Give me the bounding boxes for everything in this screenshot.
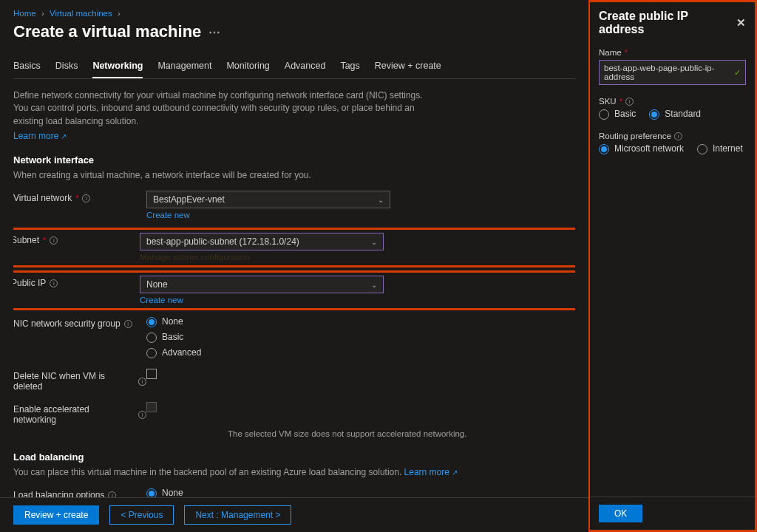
nsg-label: NIC network security group i [13,316,146,329]
check-icon: ✓ [734,68,741,78]
tab-disks[interactable]: Disks [55,56,78,78]
sku-radio-basic[interactable] [599,109,609,120]
accel-note: The selected VM size does not support ac… [228,429,575,438]
public-ip-label: Public IP i [13,276,140,288]
public-ip-highlight-box: Public IP i None ⌄ Create new [13,270,575,310]
chevron-down-icon: ⌄ [371,281,377,289]
panel-name-input[interactable]: best-app-web-page-public-ip-address ✓ [599,60,746,85]
sku-radio-standard[interactable] [649,109,659,120]
tab-basics[interactable]: Basics [13,56,41,78]
next-button[interactable]: Next : Management > [184,505,291,525]
chevron-down-icon: ⌄ [371,238,377,246]
info-icon[interactable]: i [138,411,146,419]
delete-nic-checkbox[interactable] [146,369,157,379]
tab-monitoring[interactable]: Monitoring [226,56,269,78]
info-icon[interactable]: i [82,194,90,202]
create-public-ip-panel: Create public IP address ✕ Name* best-ap… [588,0,757,532]
sku-radio-label: Basic [614,109,636,119]
info-icon[interactable]: i [625,98,634,106]
load-balancing-heading: Load balancing [13,451,575,463]
close-icon[interactable]: ✕ [736,16,746,30]
chevron-right-icon: › [118,9,120,18]
network-interface-desc: When creating a virtual machine, a netwo… [13,170,575,180]
panel-sku-label: SKU* i [599,97,746,106]
chevron-right-icon: › [41,9,44,18]
public-ip-select[interactable]: None ⌄ [140,276,384,293]
delete-nic-label: Delete NIC when VM is deleted i [13,369,146,392]
nsg-radio-basic[interactable] [146,332,157,343]
subnet-select[interactable]: best-app-public-subnet (172.18.1.0/24) ⌄ [140,233,384,250]
panel-routing-label: Routing preference i [599,132,746,140]
info-icon[interactable]: i [138,378,146,386]
panel-title: Create public IP address ✕ [599,10,746,36]
virtual-network-select[interactable]: BestAppEver-vnet ⌄ [146,191,390,208]
page-title: Create a virtual machine ⋯ [13,22,575,41]
public-ip-create-new-link[interactable]: Create new [140,296,183,304]
tab-management[interactable]: Management [157,56,211,78]
nsg-radio-label: None [162,316,183,327]
tab-networking[interactable]: Networking [92,56,143,78]
bottom-bar: Review + create < Previous Next : Manage… [0,497,588,532]
tab-tags[interactable]: Tags [340,56,359,78]
ok-button[interactable]: OK [599,505,642,522]
learn-more-link[interactable]: Learn more [13,131,67,141]
breadcrumb-home[interactable]: Home [13,9,36,18]
previous-button[interactable]: < Previous [109,505,174,525]
manage-subnet-link[interactable]: Manage subnet configuration [140,253,249,262]
tabs-bar: Basics Disks Networking Management Monit… [13,56,575,79]
routing-radio-ms[interactable] [599,144,609,154]
nsg-radio-label: Basic [162,332,183,342]
breadcrumb: Home › Virtual machines › [13,9,575,18]
tab-review[interactable]: Review + create [375,56,441,78]
nsg-radio-label: Advanced [162,347,201,358]
network-interface-heading: Network interface [13,154,575,166]
routing-radio-internet[interactable] [697,144,707,154]
info-icon[interactable]: i [124,320,132,328]
networking-desc: Define network connectivity for your vir… [13,89,427,128]
panel-footer: OK [590,497,755,530]
nsg-radio-advanced[interactable] [146,348,157,358]
subnet-highlight-box: Subnet* i best-app-public-subnet (172.18… [13,228,575,267]
review-create-button[interactable]: Review + create [13,505,99,525]
subnet-label: Subnet* i [13,233,140,245]
accel-networking-label: Enable accelerated networking i [13,402,146,425]
routing-radio-label: Internet [713,143,743,154]
info-icon[interactable]: i [50,236,58,245]
lb-learn-more-link[interactable]: Learn more [404,467,458,477]
accel-networking-checkbox [146,402,157,412]
load-balancing-desc: You can place this virtual machine in th… [13,467,575,477]
tab-advanced[interactable]: Advanced [285,56,326,78]
routing-radio-label: Microsoft network [614,143,684,154]
info-icon[interactable]: i [674,132,682,140]
panel-name-label: Name* [599,48,746,57]
nsg-radio-none[interactable] [146,317,157,327]
vnet-create-new-link[interactable]: Create new [146,211,190,219]
virtual-network-label: Virtual network* i [13,191,146,203]
info-icon[interactable]: i [50,279,58,287]
sku-radio-label: Standard [665,109,701,119]
chevron-down-icon: ⌄ [378,196,384,204]
breadcrumb-vms[interactable]: Virtual machines [50,9,112,18]
ellipsis-icon[interactable]: ⋯ [208,25,220,39]
